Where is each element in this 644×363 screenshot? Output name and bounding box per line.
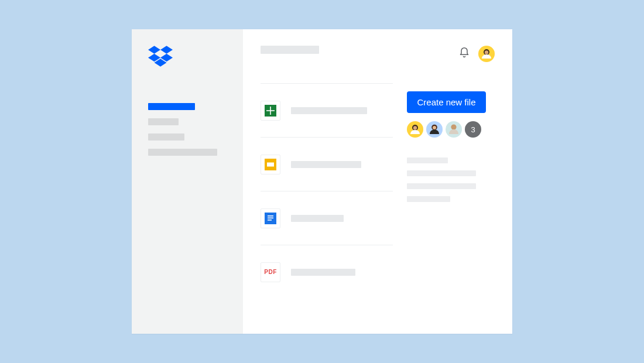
user-avatar[interactable] <box>478 46 495 62</box>
collaborator-avatar[interactable] <box>407 121 423 138</box>
svg-rect-12 <box>268 217 273 218</box>
info-line-placeholder <box>407 170 476 176</box>
header-actions <box>407 46 495 62</box>
sidebar-item[interactable] <box>148 118 179 125</box>
info-line-placeholder <box>407 157 448 163</box>
file-name-placeholder <box>291 215 344 222</box>
svg-rect-9 <box>267 162 274 166</box>
right-column: Create new file 3 <box>407 46 495 334</box>
svg-point-19 <box>433 126 436 129</box>
svg-marker-1 <box>160 46 173 53</box>
collaborator-avatar[interactable] <box>426 121 443 138</box>
svg-marker-0 <box>148 46 160 53</box>
file-row[interactable] <box>261 137 393 191</box>
file-name-placeholder <box>291 269 355 276</box>
file-list: PDF <box>261 83 393 299</box>
file-row[interactable]: PDF <box>261 245 393 299</box>
file-row[interactable] <box>261 191 393 245</box>
main-content: PDF <box>243 29 512 334</box>
google-slides-icon <box>261 155 280 174</box>
file-name-placeholder <box>291 161 361 168</box>
sidebar-item-active[interactable] <box>148 103 195 110</box>
create-new-file-button[interactable]: Create new file <box>407 91 486 113</box>
app-window: PDF <box>132 29 512 334</box>
sidebar-item[interactable] <box>148 133 184 141</box>
dropbox-logo-icon <box>148 46 243 67</box>
svg-rect-11 <box>268 215 273 217</box>
collaborator-avatar[interactable] <box>446 121 462 138</box>
sidebar-item[interactable] <box>148 149 217 156</box>
svg-point-15 <box>485 50 488 54</box>
sidebar <box>132 29 243 334</box>
file-row[interactable] <box>261 83 393 137</box>
collaborator-avatars: 3 <box>407 121 495 138</box>
google-docs-icon <box>261 208 280 228</box>
collaborator-overflow-count[interactable]: 3 <box>465 121 481 138</box>
svg-point-17 <box>413 126 417 129</box>
info-panel <box>407 157 495 209</box>
page-title-placeholder <box>261 46 319 54</box>
sidebar-nav <box>148 103 243 156</box>
info-line-placeholder <box>407 196 450 202</box>
file-name-placeholder <box>291 107 367 114</box>
pdf-badge: PDF <box>264 269 277 275</box>
file-list-column: PDF <box>261 46 407 334</box>
notification-bell-icon[interactable] <box>458 47 470 61</box>
svg-point-20 <box>451 124 456 129</box>
svg-rect-13 <box>268 220 272 221</box>
info-line-placeholder <box>407 183 476 189</box>
google-sheets-icon <box>261 101 280 121</box>
pdf-icon: PDF <box>261 262 280 282</box>
